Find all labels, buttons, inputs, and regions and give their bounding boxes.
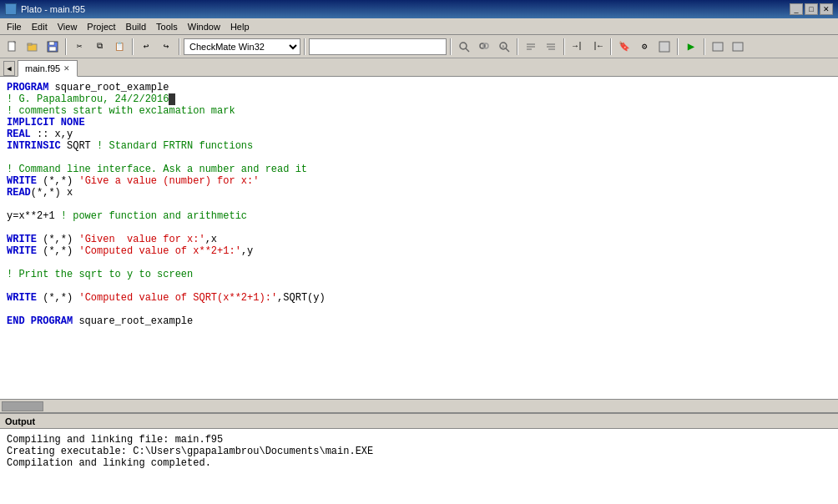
- toolbar: ✂ ⧉ 📋 ↩ ↪ CheckMate Win32 A →| |← 🔖 ⚙ ▶: [0, 35, 838, 58]
- open-button[interactable]: [23, 38, 42, 56]
- tab-label: main.f95: [25, 63, 60, 73]
- menu-tools[interactable]: Tools: [151, 20, 183, 33]
- svg-rect-4: [49, 42, 54, 45]
- code-line-16: [7, 257, 831, 269]
- code-line-15: WRITE (*,*) 'Computed value of x**2+1:',…: [7, 245, 831, 257]
- menu-window[interactable]: Window: [183, 20, 225, 33]
- svg-point-6: [460, 43, 467, 49]
- title-bar-text: Plato - main.f95: [21, 4, 790, 14]
- code-line-11: [7, 199, 831, 210]
- undo-button[interactable]: ↩: [137, 38, 155, 56]
- next-button[interactable]: [729, 38, 747, 56]
- code-line-5: REAL :: x,y: [7, 129, 831, 140]
- bookmark-button[interactable]: 🔖: [615, 38, 634, 56]
- tab-close-button[interactable]: ✕: [63, 64, 70, 73]
- output-panel: Output Compiling and linking file: main.…: [0, 412, 838, 504]
- separator-6: [517, 38, 518, 55]
- code-line-18: [7, 280, 831, 292]
- svg-rect-5: [49, 47, 56, 51]
- scrollbar-thumb[interactable]: [2, 401, 43, 411]
- settings-button[interactable]: ⚙: [635, 38, 654, 56]
- title-bar-buttons: _ □ ✕: [790, 3, 833, 15]
- separator-3: [179, 38, 180, 55]
- svg-rect-20: [713, 43, 723, 51]
- title-bar: Plato - main.f95 _ □ ✕: [0, 0, 838, 18]
- separator-9: [677, 38, 679, 55]
- code-line-7: [7, 152, 831, 164]
- separator-8: [610, 38, 612, 55]
- separator-10: [704, 38, 705, 55]
- menu-help[interactable]: Help: [225, 20, 255, 33]
- code-line-20: [7, 304, 831, 315]
- app-icon: [5, 3, 17, 15]
- svg-rect-2: [28, 43, 32, 45]
- svg-rect-21: [733, 43, 743, 51]
- output-header: Output: [0, 414, 838, 429]
- separator-2: [132, 38, 134, 55]
- code-line-12: y=x**2+1 ! power function and arithmetic: [7, 210, 831, 222]
- format1-button[interactable]: [522, 38, 540, 56]
- h-scrollbar[interactable]: [0, 399, 838, 412]
- editor-scroll[interactable]: PROGRAM square_root_example ! G. Papalam…: [0, 77, 838, 399]
- paste-button[interactable]: 📋: [110, 38, 129, 56]
- menu-view[interactable]: View: [53, 20, 83, 33]
- code-line-6: INTRINSIC SQRT ! Standard FRTRN function…: [7, 140, 831, 152]
- search-input[interactable]: [309, 38, 447, 55]
- editor-container: PROGRAM square_root_example ! G. Papalam…: [0, 77, 838, 412]
- code-line-4: IMPLICIT NONE: [7, 117, 831, 129]
- output-content: Compiling and linking file: main.f95 Cre…: [0, 429, 838, 504]
- code-line-13: [7, 222, 831, 234]
- svg-point-9: [483, 43, 488, 48]
- svg-line-7: [466, 48, 469, 52]
- menu-build[interactable]: Build: [121, 20, 151, 33]
- code-line-8: ! Command line interface. Ask a number a…: [7, 164, 831, 175]
- close-button[interactable]: ✕: [820, 3, 833, 15]
- svg-rect-0: [8, 42, 15, 51]
- separator-4: [304, 38, 305, 55]
- code-line-3: ! comments start with exclamation mark: [7, 105, 831, 117]
- indent-button[interactable]: →|: [568, 38, 587, 56]
- content-wrapper: PROGRAM square_root_example ! G. Papalam…: [0, 77, 838, 504]
- minimize-button[interactable]: _: [790, 3, 803, 15]
- separator-5: [450, 38, 452, 55]
- maximize-button[interactable]: □: [805, 3, 818, 15]
- separator-7: [563, 38, 565, 55]
- outdent-button[interactable]: |←: [588, 38, 607, 56]
- build-button[interactable]: [655, 38, 674, 56]
- config-dropdown[interactable]: CheckMate Win32: [184, 38, 300, 55]
- output-line-2: Creating executable: C:\Users\gpapalambr…: [7, 446, 831, 457]
- code-line-21: END PROGRAM square_root_example: [7, 315, 831, 327]
- code-line-2: ! G. Papalambrou, 24/2/2016: [7, 93, 831, 105]
- menu-edit[interactable]: Edit: [27, 20, 53, 33]
- output-label: Output: [5, 416, 35, 426]
- code-line-17: ! Print the sqrt to y to screen: [7, 269, 831, 280]
- copy-button[interactable]: ⧉: [90, 38, 109, 56]
- output-line-1: Compiling and linking file: main.f95: [7, 434, 831, 446]
- tab-scroll-left[interactable]: ◀: [3, 61, 15, 76]
- prev-button[interactable]: [709, 38, 727, 56]
- code-line-9: WRITE (*,*) 'Give a value (number) for x…: [7, 175, 831, 187]
- svg-rect-19: [659, 42, 669, 52]
- code-line-10: READ(*,*) x: [7, 187, 831, 199]
- cut-button[interactable]: ✂: [70, 38, 88, 56]
- tab-bar: ◀ main.f95 ✕: [0, 58, 838, 77]
- format2-button[interactable]: [542, 38, 560, 56]
- redo-button[interactable]: ↪: [157, 38, 175, 56]
- save-button[interactable]: [43, 38, 62, 56]
- svg-line-11: [506, 48, 509, 52]
- find-button[interactable]: [455, 38, 473, 56]
- menu-bar: File Edit View Project Build Tools Windo…: [0, 18, 838, 35]
- new-button[interactable]: [3, 38, 22, 56]
- code-line-1: PROGRAM square_root_example: [7, 82, 831, 93]
- menu-project[interactable]: Project: [82, 20, 120, 33]
- output-line-3: Compilation and linking completed.: [7, 457, 831, 469]
- run-button[interactable]: ▶: [682, 38, 700, 56]
- code-line-19: WRITE (*,*) 'Computed value of SQRT(x**2…: [7, 292, 831, 304]
- tab-main-f95[interactable]: main.f95 ✕: [18, 60, 78, 77]
- find2-button[interactable]: [475, 38, 493, 56]
- code-line-14: WRITE (*,*) 'Given value for x:',x: [7, 234, 831, 245]
- find3-button[interactable]: A: [495, 38, 513, 56]
- menu-file[interactable]: File: [2, 20, 27, 33]
- svg-text:A: A: [502, 44, 505, 50]
- separator-1: [65, 38, 67, 55]
